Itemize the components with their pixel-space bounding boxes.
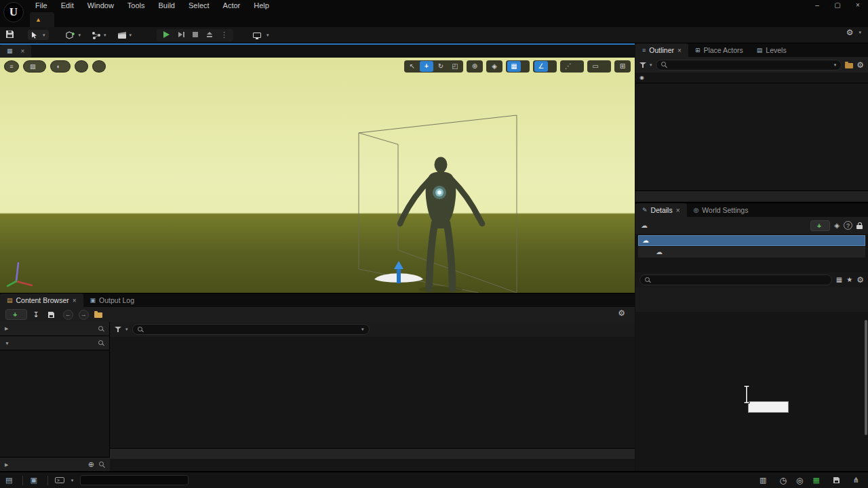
lock-icon[interactable]: [856, 225, 863, 229]
scalability-badge[interactable]: [92, 60, 106, 73]
component-row[interactable]: ☁: [638, 247, 865, 258]
tab-levels[interactable]: ▤Levels: [750, 43, 793, 57]
close-icon[interactable]: ×: [676, 207, 680, 214]
search-icon[interactable]: [98, 340, 104, 346]
close-icon[interactable]: ×: [73, 297, 77, 304]
platforms-dropdown[interactable]: ▾: [250, 31, 273, 39]
instance-row[interactable]: ☁: [638, 235, 865, 246]
project-root-header[interactable]: ▼: [0, 336, 109, 350]
close-icon[interactable]: ×: [848, 0, 868, 11]
create-folder-icon[interactable]: [845, 63, 853, 68]
display-filter-icon[interactable]: ▦: [836, 277, 842, 283]
insights-icon[interactable]: ◷: [779, 476, 786, 485]
back-button[interactable]: ←: [63, 310, 73, 320]
tab-outliner[interactable]: ≡Outliner×: [635, 43, 688, 57]
menu-select[interactable]: Select: [182, 1, 216, 10]
save-all-button[interactable]: [47, 311, 58, 319]
trace-button[interactable]: ▥: [760, 476, 770, 484]
asset-grid: [110, 337, 635, 463]
camera-speed-button[interactable]: ▭: [589, 61, 602, 72]
forward-button[interactable]: →: [79, 310, 89, 320]
tab-level[interactable]: ▲: [30, 12, 54, 27]
details-search-input[interactable]: [654, 277, 827, 284]
maximize-icon[interactable]: ▢: [827, 0, 848, 11]
view-mode-dropdown[interactable]: ◐: [50, 60, 71, 73]
cmd-dropdown[interactable]: >_ ▾: [55, 477, 74, 483]
details-scrollbar[interactable]: [865, 320, 867, 435]
content-browser-settings[interactable]: ⚙: [618, 309, 628, 317]
unsaved-button[interactable]: [833, 476, 844, 484]
select-tool[interactable]: ↖: [406, 61, 419, 72]
rotation-snap-toggle[interactable]: ∠: [534, 61, 548, 72]
blueprints-dropdown[interactable]: ▾: [88, 30, 110, 41]
mannequin-character: [400, 157, 482, 289]
menu-edit[interactable]: Edit: [54, 1, 81, 10]
rotate-tool[interactable]: ↻: [434, 61, 448, 72]
snapshot-icon[interactable]: ◎: [796, 476, 803, 485]
add-component-button[interactable]: +: [810, 220, 830, 231]
close-icon[interactable]: ×: [677, 47, 682, 54]
asset-search-input[interactable]: [147, 326, 358, 333]
console-command-input[interactable]: [80, 475, 189, 485]
minimize-icon[interactable]: –: [807, 0, 827, 11]
close-icon[interactable]: ×: [21, 47, 25, 55]
menu-file[interactable]: File: [28, 1, 54, 10]
filter-icon[interactable]: [115, 326, 121, 333]
viewport-options-menu[interactable]: ≡: [4, 60, 19, 73]
outliner-search-input[interactable]: [671, 61, 831, 68]
chevron-down-icon[interactable]: ▾: [834, 62, 837, 68]
details-settings-icon[interactable]: ⚙: [856, 276, 864, 284]
blueprint-convert-icon[interactable]: ◈: [834, 222, 840, 229]
derived-data-button[interactable]: ▦: [812, 476, 823, 484]
tab-details[interactable]: ✎Details×: [635, 203, 687, 217]
tab-world-settings[interactable]: ◎World Settings: [687, 203, 755, 217]
add-actor-dropdown[interactable]: ▾: [62, 29, 85, 41]
move-icon: +: [425, 63, 429, 70]
visibility-eye-icon[interactable]: ◉: [639, 75, 644, 81]
outliner-settings-icon[interactable]: ⚙: [856, 61, 864, 69]
save-current-level-icon[interactable]: [5, 30, 14, 40]
search-icon[interactable]: [99, 462, 105, 468]
play-options-kebab-icon[interactable]: ⋮: [220, 30, 228, 39]
tab-output-log[interactable]: ▣Output Log: [83, 293, 141, 307]
menu-build[interactable]: Build: [152, 1, 182, 10]
menu-actor[interactable]: Actor: [216, 1, 248, 10]
tab-content-browser[interactable]: ▤Content Browser×: [0, 293, 83, 307]
add-asset-button[interactable]: +: [5, 309, 27, 320]
collections-header[interactable]: ▶ ⊕: [0, 457, 110, 472]
menu-help[interactable]: Help: [247, 1, 276, 10]
eject-button[interactable]: [205, 30, 214, 39]
menu-tools[interactable]: Tools: [121, 1, 152, 10]
menu-window[interactable]: Window: [81, 1, 121, 10]
maximize-viewport-button[interactable]: ⊞: [616, 61, 629, 72]
stop-button[interactable]: [192, 31, 199, 39]
filter-icon[interactable]: [639, 62, 646, 68]
tab-viewport-2[interactable]: ▦ ×: [0, 45, 31, 58]
cinematics-dropdown[interactable]: ▾: [114, 30, 136, 41]
favorites-star-icon[interactable]: ★: [846, 277, 852, 283]
favorites-header[interactable]: ▶: [0, 322, 109, 336]
tab-place-actors[interactable]: ⊞Place Actors: [688, 43, 750, 57]
viewport-3d-canvas[interactable]: ≡ ▧ ◐ ↖ + ↻ ◰ ⊕ ◈ ▦: [0, 58, 635, 293]
scale-snap-toggle[interactable]: ⋰: [561, 61, 575, 72]
move-tool[interactable]: +: [420, 61, 433, 72]
selection-mode-dropdown[interactable]: ▾: [28, 30, 49, 40]
import-button[interactable]: ↧: [33, 311, 41, 319]
add-collection-icon[interactable]: ⊕: [88, 461, 94, 468]
editor-settings-dropdown[interactable]: ⚙ ▾: [846, 28, 861, 37]
help-icon[interactable]: ?: [844, 221, 852, 230]
output-log-button[interactable]: ▣: [30, 476, 40, 484]
play-button[interactable]: [162, 30, 170, 40]
world-local-toggle[interactable]: ⊕: [468, 61, 481, 72]
show-dropdown[interactable]: [75, 60, 88, 73]
frame-skip-button[interactable]: [177, 30, 185, 40]
drawer-icon: ▤: [5, 476, 12, 484]
chevron-down-icon[interactable]: ▾: [361, 327, 364, 332]
search-icon[interactable]: [98, 326, 104, 332]
content-drawer-button[interactable]: ▤: [5, 476, 16, 484]
perspective-dropdown[interactable]: ▧: [23, 60, 46, 73]
grid-snap-toggle[interactable]: ▦: [507, 61, 521, 72]
revision-control-button[interactable]: ⋔: [853, 476, 863, 484]
surface-snapping-toggle[interactable]: ◈: [488, 61, 501, 72]
scale-tool[interactable]: ◰: [448, 61, 462, 72]
